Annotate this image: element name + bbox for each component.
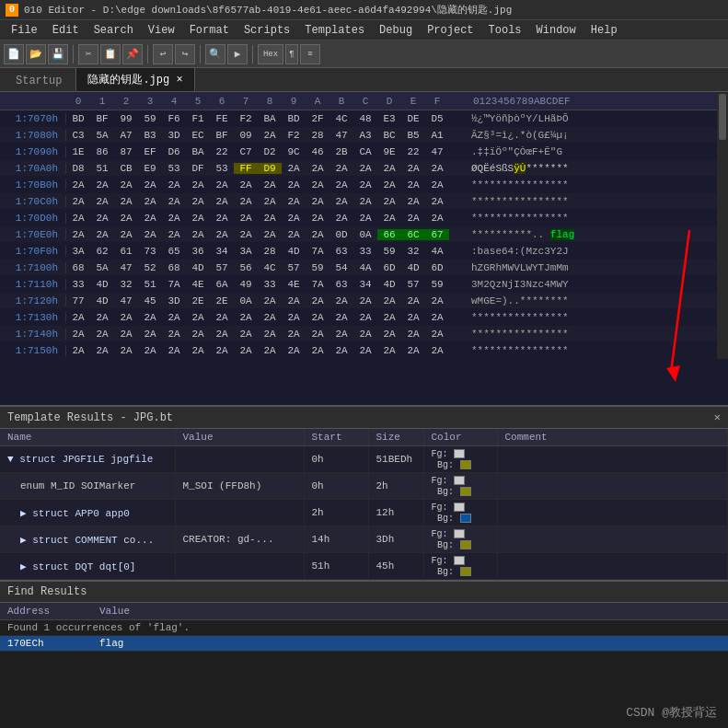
hex-byte[interactable]: BF	[210, 130, 234, 141]
hex-row[interactable]: 1:7080hC35AA7B33DECBF092AF22847A3BCB5A1Ã…	[0, 127, 717, 144]
hex-byte[interactable]: 56	[234, 262, 258, 273]
hex-byte[interactable]: 2A	[186, 229, 210, 240]
hex-byte[interactable]: 2A	[258, 196, 282, 207]
hex-byte[interactable]: 2A	[114, 179, 138, 191]
hex-byte[interactable]: 86	[90, 146, 114, 157]
hex-byte[interactable]: 0A	[353, 229, 377, 240]
hex-byte[interactable]: A7	[114, 130, 138, 141]
hex-byte[interactable]: 2A	[353, 329, 377, 340]
hex-byte[interactable]: 2A	[425, 295, 449, 306]
hex-byte[interactable]: 2A	[329, 213, 353, 224]
hex-row[interactable]: 1:7090h1E8687EFD6BA22C7D29C462BCA9E2247.…	[0, 144, 717, 160]
hex-byte[interactable]: 2A	[66, 229, 90, 240]
hex-byte[interactable]: 28	[306, 130, 329, 141]
hex-byte[interactable]: BA	[186, 146, 210, 157]
hex-byte[interactable]: 2A	[258, 312, 282, 323]
tab-startup[interactable]: Startup	[4, 70, 74, 91]
hex-row[interactable]: 1:7070hBDBF9959F6F1FEF2BABD2F4C48E3DED5½…	[0, 110, 717, 127]
hex-row[interactable]: 1:7110h334D32517A4E6A49334E7A63344D57593…	[0, 276, 717, 293]
hex-byte[interactable]: E3	[377, 113, 401, 124]
hex-byte[interactable]: 2A	[210, 345, 234, 356]
hex-byte[interactable]: 2A	[329, 163, 353, 174]
hex-byte[interactable]: A3	[353, 130, 377, 141]
hex-byte[interactable]: DE	[401, 113, 425, 124]
hex-byte[interactable]: 4C	[329, 113, 353, 124]
hex-byte[interactable]: 2A	[258, 345, 282, 356]
menu-tools[interactable]: Tools	[481, 22, 529, 39]
hex-byte[interactable]: 6D	[377, 262, 401, 273]
hex-byte[interactable]: BF	[90, 113, 114, 124]
hex-byte[interactable]: 09	[234, 130, 258, 141]
hex-byte[interactable]: 49	[234, 279, 258, 290]
hex-byte[interactable]: 2A	[66, 213, 90, 224]
hex-byte[interactable]: 2E	[210, 295, 234, 306]
hex-byte[interactable]: 46	[306, 146, 329, 157]
hex-byte[interactable]: 2A	[306, 229, 329, 240]
menu-format[interactable]: Format	[182, 22, 237, 39]
hex-byte[interactable]: B3	[138, 130, 162, 141]
hex-byte[interactable]: 2A	[425, 179, 449, 191]
hex-byte[interactable]: 2A	[234, 179, 258, 191]
hex-byte[interactable]: 2A	[186, 345, 210, 356]
hex-byte[interactable]: 2E	[186, 295, 210, 306]
hex-byte[interactable]: 2A	[401, 345, 425, 356]
hex-byte[interactable]: 2A	[114, 229, 138, 240]
hex-byte[interactable]: 2A	[138, 179, 162, 191]
hex-byte[interactable]: 2A	[258, 179, 282, 191]
menu-help[interactable]: Help	[584, 22, 625, 39]
hex-byte[interactable]: 34	[353, 279, 377, 290]
hex-byte[interactable]: 2A	[353, 213, 377, 224]
hex-byte[interactable]: 2A	[114, 213, 138, 224]
hex-byte[interactable]: 3D	[162, 130, 186, 141]
hex-byte[interactable]: 2A	[306, 179, 329, 191]
hex-byte[interactable]: 77	[66, 295, 90, 306]
toolbar-extra-2[interactable]: ≡	[300, 44, 320, 64]
find-result-row[interactable]: 170EChflag	[0, 636, 728, 652]
hex-byte[interactable]: 2A	[114, 345, 138, 356]
hex-byte[interactable]: 2A	[306, 312, 329, 323]
hex-byte[interactable]: D2	[258, 146, 282, 157]
hex-byte[interactable]: 2A	[353, 163, 377, 174]
hex-byte[interactable]: 2A	[306, 345, 329, 356]
hex-byte[interactable]: 87	[114, 146, 138, 157]
hex-byte[interactable]: 2A	[306, 196, 329, 207]
hex-byte[interactable]: 2A	[90, 179, 114, 191]
hex-byte[interactable]: 2A	[353, 312, 377, 323]
hex-byte[interactable]: 9E	[377, 146, 401, 157]
hex-byte[interactable]: 2A	[425, 196, 449, 207]
hex-byte[interactable]: 2F	[306, 113, 329, 124]
hex-byte[interactable]: 2A	[353, 196, 377, 207]
hex-byte[interactable]: B5	[401, 130, 425, 141]
hex-scrollbar[interactable]	[717, 92, 728, 359]
hex-byte[interactable]: 68	[66, 262, 90, 273]
hex-scrollbar-thumb[interactable]	[719, 94, 726, 140]
hex-byte[interactable]: 2A	[425, 163, 449, 174]
hex-byte[interactable]: 2A	[258, 229, 282, 240]
hex-byte[interactable]: 2A	[377, 179, 401, 191]
hex-byte[interactable]: 2A	[90, 196, 114, 207]
hex-byte[interactable]: 4A	[353, 262, 377, 273]
hex-byte[interactable]: 2A	[282, 295, 306, 306]
hex-button[interactable]: Hex	[258, 44, 283, 64]
hex-byte[interactable]: 48	[353, 113, 377, 124]
hex-byte[interactable]: 33	[66, 279, 90, 290]
hex-byte[interactable]: 2A	[210, 312, 234, 323]
copy-button[interactable]: 📋	[100, 44, 121, 64]
hex-byte[interactable]: 2A	[329, 295, 353, 306]
hex-byte[interactable]: CA	[353, 146, 377, 157]
hex-byte[interactable]: F6	[162, 113, 186, 124]
hex-byte[interactable]: 2A	[162, 179, 186, 191]
hex-row[interactable]: 1:7150h2A2A2A2A2A2A2A2A2A2A2A2A2A2A2A2A*…	[0, 342, 717, 359]
hex-byte[interactable]: 2A	[90, 329, 114, 340]
hex-byte[interactable]: 2A	[329, 329, 353, 340]
hex-row[interactable]: 1:7100h685A4752684D57564C5759544A6D4D6Dh…	[0, 260, 717, 276]
hex-byte[interactable]: 2A	[234, 312, 258, 323]
hex-byte[interactable]: 2A	[162, 312, 186, 323]
hex-byte[interactable]: 51	[90, 163, 114, 174]
hex-byte[interactable]: 32	[401, 246, 425, 257]
hex-byte[interactable]: 2A	[425, 312, 449, 323]
hex-byte[interactable]: 68	[162, 262, 186, 273]
hex-byte[interactable]: 3A	[234, 246, 258, 257]
menu-file[interactable]: File	[4, 22, 45, 39]
hex-byte[interactable]: 2A	[353, 345, 377, 356]
